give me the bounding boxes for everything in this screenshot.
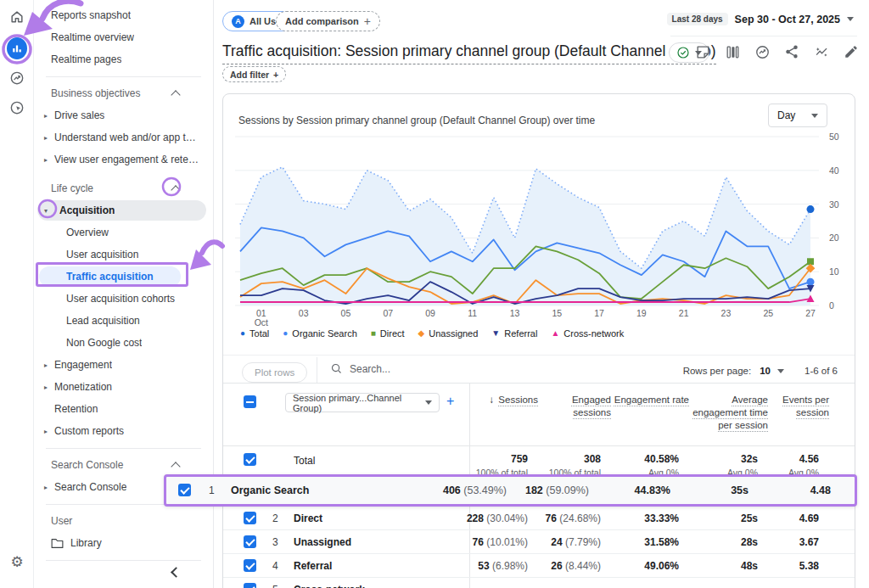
controls-vertical-divider (317, 357, 317, 383)
sidebar-item-drive-sales[interactable]: ▸Drive sales (34, 104, 213, 126)
chevron-up-icon[interactable] (171, 462, 180, 471)
sidebar-item-traffic-acquisition[interactable]: Traffic acquisition (34, 266, 213, 288)
metric-main-value: 4.56 (788, 453, 819, 465)
add-comparison-button[interactable]: Add comparison + (276, 11, 380, 31)
add-filter-button[interactable]: Add filter + (222, 66, 286, 82)
sidebar-item-acquisition[interactable]: ▾Acquisition (34, 199, 213, 221)
row-checkbox[interactable] (178, 484, 191, 496)
explore-icon[interactable] (7, 68, 27, 88)
chart-legend: ●Total●Organic Search■Direct◆Unassigned▼… (240, 328, 624, 339)
row-checkbox[interactable] (244, 559, 256, 572)
select-all-checkbox[interactable] (244, 395, 256, 408)
caret-right-icon: ▸ (44, 112, 48, 120)
sidebar-item-user-acquisition[interactable]: User acquisition (34, 244, 213, 266)
home-icon[interactable] (7, 7, 27, 27)
sidebar-item-view-user-engagement-rete-[interactable]: ▸View user engagement & rete… (34, 148, 213, 171)
sidebar-item-non-google-cost[interactable]: Non Google cost (34, 332, 213, 354)
sidebar-section-label: Business objectives (51, 87, 140, 99)
sidebar-item-engagement[interactable]: ▸Engagement (34, 354, 213, 376)
edit-pencil-icon[interactable] (842, 42, 861, 61)
row-name: Referral (294, 560, 332, 572)
plot-rows-button[interactable]: Plot rows (242, 362, 307, 383)
compare-icon[interactable] (723, 42, 742, 61)
insights-icon[interactable] (812, 42, 831, 61)
x-axis-tick-label: 11 (468, 308, 477, 318)
sidebar-section-search-console[interactable]: Search Console (34, 454, 213, 476)
note-icon[interactable] (693, 42, 712, 61)
metric-value: 5.38 (799, 560, 819, 572)
metric-main-value: 3.67 (799, 536, 819, 548)
metric-number: 228 (467, 512, 484, 524)
granularity-dropdown[interactable]: Day (768, 104, 827, 127)
metric-main-value: 35s (731, 484, 748, 496)
metric-number: 24 (551, 536, 562, 548)
reports-icon[interactable] (7, 38, 27, 59)
sidebar-item-label: User acquisition (66, 249, 138, 260)
row-name: Direct (294, 512, 322, 524)
table-row-cross-network[interactable]: 5Cross-network (223, 578, 855, 588)
legend-label: Cross-network (563, 328, 624, 339)
plus-icon: + (364, 14, 371, 28)
folder-icon (51, 538, 64, 549)
metric-number: 53 (478, 560, 489, 572)
sidebar-item-lead-acquisition[interactable]: Lead acquisition (34, 310, 213, 332)
table-search[interactable] (330, 362, 502, 375)
column-header-events-per-session[interactable]: Events per session (751, 394, 829, 419)
legend-item-unassigned: ◆Unassigned (418, 328, 479, 339)
sidebar-item-label: Search Console (54, 481, 126, 493)
legend-marker: ■ (371, 329, 376, 338)
sidebar-item-user-acquisition-cohorts[interactable]: User acquisition cohorts (34, 288, 213, 310)
add-comparison-label: Add comparison (285, 16, 359, 26)
chevron-up-icon[interactable] (171, 90, 180, 99)
column-header-engaged-sessions[interactable]: Engaged sessions (533, 394, 611, 419)
sidebar-item-library[interactable]: Library (34, 532, 213, 554)
metric-number: 26 (551, 560, 562, 572)
caret-right-icon: ▸ (44, 134, 48, 142)
column-header-sessions[interactable]: ↓ Sessions (460, 394, 538, 406)
advertising-icon[interactable] (7, 98, 27, 118)
caret-right-icon: ▸ (44, 484, 48, 491)
metric-value: 48s (741, 560, 758, 572)
sidebar-gap (34, 171, 213, 177)
table-row-direct[interactable]: 2Direct228 (30.04%)76 (24.68%)33.33%25s4… (223, 507, 855, 530)
legend-label: Direct (380, 328, 405, 339)
metric-main-value: 5.38 (799, 560, 819, 572)
search-input[interactable] (350, 363, 502, 375)
sidebar-section-user[interactable]: User (34, 510, 213, 532)
trend-circle-icon[interactable] (753, 42, 771, 61)
sidebar-item-overview[interactable]: Overview (34, 221, 213, 244)
metric-value: 406 (53.49%) (443, 484, 507, 496)
left-icon-rail: ⚙ (0, 0, 34, 588)
metric-value: 35s (731, 484, 748, 496)
page-title[interactable]: Traffic acquisition: Session primary cha… (222, 42, 716, 64)
rows-per-page-dropdown[interactable]: 10 (760, 366, 784, 376)
sidebar-item-reports-snapshot[interactable]: Reports snapshot (34, 4, 213, 26)
sidebar-item-realtime-pages[interactable]: Realtime pages (34, 48, 213, 70)
chevron-up-icon[interactable] (171, 185, 180, 194)
sidebar-item-realtime-overview[interactable]: Realtime overview (34, 26, 213, 48)
row-checkbox[interactable] (244, 583, 256, 588)
total-row-checkbox[interactable] (244, 453, 256, 466)
sidebar-item-understand-web-and-or-app-t-[interactable]: ▸Understand web and/or app t… (34, 126, 213, 148)
table-row-unassigned[interactable]: 3Unassigned76 (10.01%)24 (7.79%)31.58%28… (223, 530, 855, 554)
sidebar-section-business-objectives[interactable]: Business objectives (34, 82, 213, 104)
metric-percent: (24.68%) (557, 512, 601, 524)
controls-divider (223, 355, 855, 356)
column-header-engagement-rate[interactable]: Engagement rate (611, 394, 689, 406)
sidebar-item-custom-reports[interactable]: ▸Custom reports (34, 420, 213, 442)
x-axis-tick-label: 03 (299, 308, 309, 318)
date-range-picker[interactable]: Last 28 days Sep 30 - Oct 27, 2025 (667, 13, 854, 25)
row-checkbox[interactable] (244, 512, 256, 524)
sidebar-section-life-cycle[interactable]: Life cycle (34, 177, 213, 199)
dimension-dropdown[interactable]: Session primary...Channel Group) (285, 393, 440, 412)
sidebar-divider (34, 70, 213, 82)
add-dimension-icon[interactable]: + (446, 394, 454, 409)
table-row-referral[interactable]: 4Referral53 (6.98%)26 (8.44%)49.06%48s5.… (223, 554, 855, 578)
row-checkbox[interactable] (244, 535, 256, 548)
sidebar-item-retention[interactable]: Retention (34, 398, 213, 420)
collapse-sidebar-icon[interactable] (168, 564, 183, 580)
share-icon[interactable] (782, 42, 801, 61)
sidebar-item-monetization[interactable]: ▸Monetization (34, 376, 213, 398)
settings-gear-icon[interactable]: ⚙ (7, 552, 27, 572)
highlighted-row-organic-search[interactable]: 1 Organic Search 406 (53.49%)182 (59.09%… (164, 474, 857, 507)
